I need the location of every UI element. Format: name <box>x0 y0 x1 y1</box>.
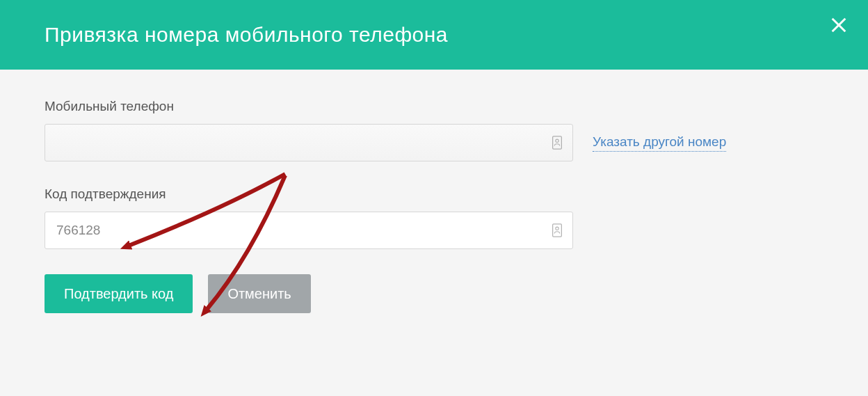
modal-title: Привязка номера мобильного телефона <box>45 23 448 47</box>
contact-card-icon <box>551 136 563 150</box>
confirm-button[interactable]: Подтвердить код <box>45 274 193 313</box>
contact-card-icon <box>551 223 563 237</box>
button-row: Подтвердить код Отменить <box>45 274 823 313</box>
phone-label: Мобильный телефон <box>45 99 823 114</box>
code-input-wrap <box>45 212 573 249</box>
code-row <box>45 212 823 249</box>
other-number-link[interactable]: Указать другой номер <box>593 134 726 152</box>
phone-row: Указать другой номер <box>45 124 823 161</box>
phone-input-wrap <box>45 124 573 161</box>
svg-point-3 <box>556 139 558 142</box>
modal-header: Привязка номера мобильного телефона <box>0 0 868 70</box>
modal-body: Мобильный телефон Указать другой номер К… <box>0 70 868 342</box>
close-button[interactable] <box>826 13 851 38</box>
code-input[interactable] <box>45 212 573 249</box>
cancel-button[interactable]: Отменить <box>208 274 310 313</box>
svg-point-5 <box>556 227 558 230</box>
phone-input[interactable] <box>45 124 573 161</box>
code-label: Код подтверждения <box>45 187 823 202</box>
close-icon <box>829 15 849 35</box>
